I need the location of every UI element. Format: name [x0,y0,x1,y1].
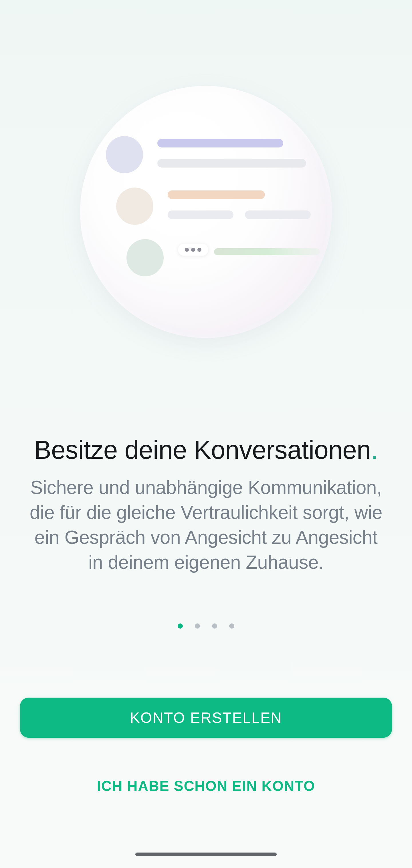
page-indicator [178,623,234,628]
chat-simulation [106,136,306,291]
chat-line-icon [214,248,320,255]
chat-line-icon [168,190,265,199]
headline-dot-accent: . [371,436,378,464]
indicator-dot-3[interactable] [212,623,217,628]
chat-line-icon [168,211,234,219]
indicator-dot-4[interactable] [229,623,234,628]
chat-line-icon [158,139,283,148]
create-account-button[interactable]: KONTO ERSTELLEN [20,698,392,738]
onboarding-headline: Besitze deine Konversationen. [29,435,383,465]
chat-line-icon [158,159,306,167]
home-indicator[interactable] [135,852,277,856]
onboarding-subtext: Sichere und unabhängige Kommunikation, d… [29,475,383,575]
existing-account-button[interactable]: ICH HABE SCHON EIN KONTO [20,766,392,806]
avatar-icon [116,188,153,225]
avatar-icon [127,239,164,276]
indicator-dot-1[interactable] [178,623,183,628]
chat-line-icon [245,211,311,219]
headline-text: Besitze deine Konversationen [34,436,371,464]
typing-indicator-icon [178,244,208,256]
indicator-dot-2[interactable] [195,623,200,628]
avatar-icon [106,136,143,173]
onboarding-illustration [80,86,332,338]
